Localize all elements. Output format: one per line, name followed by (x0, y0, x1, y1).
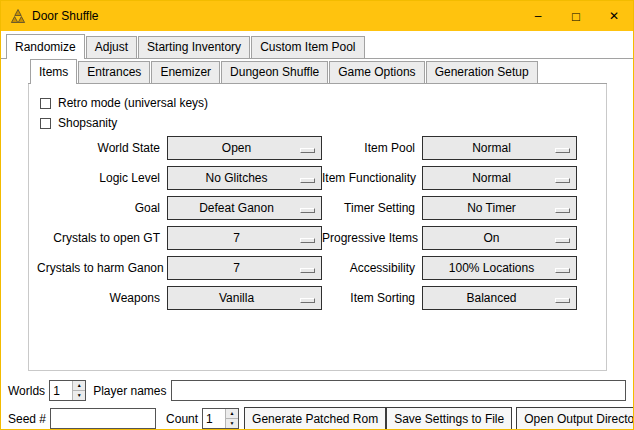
shopsanity-checkbox[interactable] (40, 118, 51, 129)
dropdown-value: Defeat Ganon (199, 201, 290, 215)
window-title: Door Shuffle (32, 9, 99, 23)
dropdown-value: Normal (472, 141, 527, 155)
spin-down-icon[interactable]: ▼ (226, 419, 238, 428)
dropdown-indicator-icon (555, 208, 570, 213)
weapons-dropdown[interactable]: Vanilla (167, 286, 322, 310)
tab-entrances[interactable]: Entrances (78, 61, 150, 83)
tab-dungeon-shuffle[interactable]: Dungeon Shuffle (221, 61, 328, 83)
dropdown-value: No Timer (467, 201, 532, 215)
count-spinner-buttons: ▲ ▼ (225, 409, 238, 428)
item-functionality-dropdown[interactable]: Normal (422, 166, 577, 190)
world-state-dropdown[interactable]: Open (167, 136, 322, 160)
dropdown-indicator-icon (555, 268, 570, 273)
dropdown-indicator-icon (555, 148, 570, 153)
dropdown-value: Vanilla (219, 291, 270, 305)
retro-mode-row: Retro mode (universal keys) (40, 96, 606, 110)
window-controls: – □ ✕ (519, 1, 633, 31)
spin-up-icon[interactable]: ▲ (73, 381, 85, 391)
player-names-label: Player names (93, 384, 166, 398)
seed-input[interactable] (50, 408, 156, 429)
shopsanity-label: Shopsanity (58, 116, 117, 130)
progressive-items-label: Progressive Items (322, 231, 422, 245)
accessibility-dropdown[interactable]: 100% Locations (422, 256, 577, 280)
option-row: Crystals to open GT 7 Progressive Items … (37, 226, 606, 250)
shopsanity-row: Shopsanity (40, 116, 606, 130)
close-button[interactable]: ✕ (595, 1, 633, 31)
timer-setting-label: Timer Setting (322, 201, 422, 215)
open-output-directory-button[interactable]: Open Output Directory (516, 407, 634, 430)
tab-generation-setup[interactable]: Generation Setup (426, 61, 538, 83)
worlds-label: Worlds (8, 384, 45, 398)
goal-label: Goal (37, 201, 167, 215)
dropdown-value: Open (222, 141, 267, 155)
tab-randomize[interactable]: Randomize (6, 34, 85, 59)
dropdown-value: 100% Locations (449, 261, 550, 275)
door-shuffle-window: Door Shuffle – □ ✕ Randomize Adjust Star… (0, 0, 634, 430)
player-names-input[interactable] (171, 380, 627, 401)
primary-tab-bar: Randomize Adjust Starting Inventory Cust… (1, 34, 633, 59)
seed-row: Seed # Count ▲ ▼ Generate Patched Rom Sa… (8, 407, 626, 430)
bottom-controls: Worlds ▲ ▼ Player names Seed # Count ▲ ▼ (1, 380, 633, 430)
seed-label: Seed # (8, 412, 46, 426)
dropdown-value: 7 (233, 261, 256, 275)
dropdown-value: Balanced (466, 291, 532, 305)
tab-custom-item-pool[interactable]: Custom Item Pool (251, 36, 364, 58)
tab-adjust[interactable]: Adjust (86, 36, 137, 58)
logic-level-dropdown[interactable]: No Glitches (167, 166, 322, 190)
tab-items[interactable]: Items (30, 59, 77, 84)
goal-dropdown[interactable]: Defeat Ganon (167, 196, 322, 220)
minimize-button[interactable]: – (519, 1, 557, 31)
worlds-input[interactable] (50, 381, 72, 400)
progressive-items-dropdown[interactable]: On (422, 226, 577, 250)
logic-level-label: Logic Level (37, 171, 167, 185)
item-pool-label: Item Pool (322, 141, 422, 155)
weapons-label: Weapons (37, 291, 167, 305)
crystals-ganon-dropdown[interactable]: 7 (167, 256, 322, 280)
item-sorting-label: Item Sorting (322, 291, 422, 305)
worlds-spinner[interactable]: ▲ ▼ (49, 380, 86, 401)
dropdown-indicator-icon (300, 148, 315, 153)
dropdown-value: On (483, 231, 515, 245)
dropdown-indicator-icon (555, 238, 570, 243)
tab-game-options[interactable]: Game Options (329, 61, 424, 83)
spin-down-icon[interactable]: ▼ (73, 391, 85, 400)
option-row: World State Open Item Pool Normal (37, 136, 606, 160)
option-row: Weapons Vanilla Item Sorting Balanced (37, 286, 606, 310)
dropdown-indicator-icon (300, 178, 315, 183)
tab-starting-inventory[interactable]: Starting Inventory (138, 36, 250, 58)
item-functionality-label: Item Functionality (322, 171, 422, 185)
count-label: Count (166, 412, 198, 426)
maximize-button[interactable]: □ (557, 1, 595, 31)
dropdown-indicator-icon (300, 268, 315, 273)
dropdown-indicator-icon (300, 208, 315, 213)
crystals-gt-dropdown[interactable]: 7 (167, 226, 322, 250)
dropdown-indicator-icon (555, 178, 570, 183)
save-settings-button[interactable]: Save Settings to File (386, 407, 512, 430)
app-icon (10, 8, 26, 24)
option-row: Goal Defeat Ganon Timer Setting No Timer (37, 196, 606, 220)
tab-enemizer[interactable]: Enemizer (151, 61, 220, 83)
timer-setting-dropdown[interactable]: No Timer (422, 196, 577, 220)
world-state-label: World State (37, 141, 167, 155)
count-spinner[interactable]: ▲ ▼ (202, 408, 239, 429)
items-tab-panel: Retro mode (universal keys) Shopsanity W… (28, 84, 607, 371)
option-row: Logic Level No Glitches Item Functionali… (37, 166, 606, 190)
generate-patched-rom-button[interactable]: Generate Patched Rom (244, 407, 386, 430)
item-pool-dropdown[interactable]: Normal (422, 136, 577, 160)
retro-mode-label: Retro mode (universal keys) (58, 96, 208, 110)
spin-up-icon[interactable]: ▲ (226, 409, 238, 419)
dropdown-indicator-icon (300, 238, 315, 243)
randomize-notebook: Items Entrances Enemizer Dungeon Shuffle… (28, 59, 607, 371)
accessibility-label: Accessibility (322, 261, 422, 275)
option-row: Crystals to harm Ganon 7 Accessibility 1… (37, 256, 606, 280)
retro-mode-checkbox[interactable] (40, 98, 51, 109)
secondary-tab-bar: Items Entrances Enemizer Dungeon Shuffle… (28, 59, 607, 84)
count-input[interactable] (203, 409, 225, 428)
crystals-ganon-label: Crystals to harm Ganon (37, 261, 167, 275)
titlebar[interactable]: Door Shuffle – □ ✕ (1, 1, 633, 31)
item-sorting-dropdown[interactable]: Balanced (422, 286, 577, 310)
crystals-gt-label: Crystals to open GT (37, 231, 167, 245)
worlds-spinner-buttons: ▲ ▼ (72, 381, 85, 400)
dropdown-indicator-icon (555, 298, 570, 303)
dropdown-value: No Glitches (205, 171, 283, 185)
